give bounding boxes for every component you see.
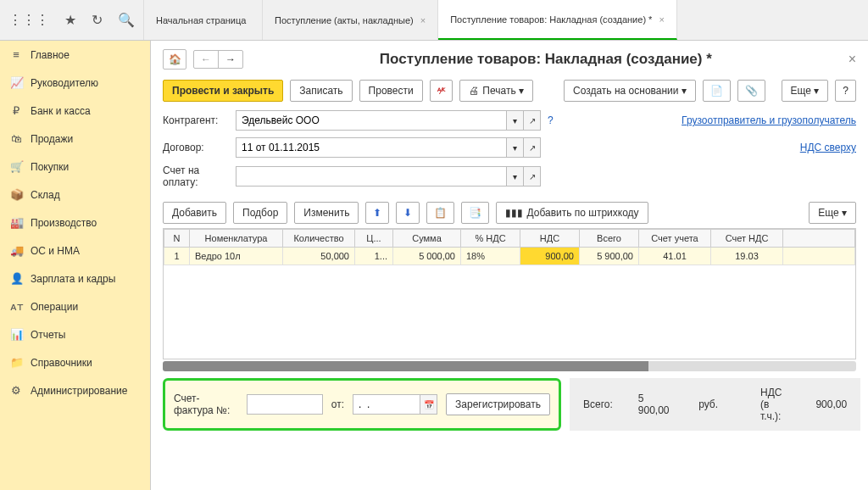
open-button[interactable]: ↗ <box>524 110 541 131</box>
account-input[interactable] <box>236 166 507 187</box>
truck-icon: 🚚 <box>10 244 22 257</box>
doc-icon-button[interactable]: 📄 <box>703 80 731 102</box>
help-link[interactable]: ? <box>548 114 554 126</box>
move-up-button[interactable]: ⬆ <box>365 202 389 224</box>
col-nom[interactable]: Номенклатура <box>190 230 283 248</box>
save-button[interactable]: Записать <box>290 80 352 102</box>
sidebar-item-assets[interactable]: 🚚ОС и НМА <box>0 237 150 264</box>
chart-icon: 📈 <box>10 76 22 89</box>
dropdown-button[interactable]: ▾ <box>507 137 524 158</box>
totals-panel: Всего: 5 900,00 руб. НДС (в т.ч.): 900,0… <box>570 378 860 431</box>
vat-label: НДС (в т.ч.): <box>760 387 790 422</box>
tab-home[interactable]: Начальная страница <box>144 0 263 40</box>
print-button[interactable]: 🖨 Печать ▾ <box>459 80 533 102</box>
tab-receipts[interactable]: Поступление (акты, накладные)× <box>263 0 438 40</box>
box-icon: 📦 <box>10 188 22 201</box>
col-sum[interactable]: Сумма <box>393 230 461 248</box>
sidebar-item-reports[interactable]: 📊Отчеты <box>0 320 150 348</box>
tab-invoice[interactable]: Поступление товаров: Накладная (создание… <box>438 0 677 40</box>
invoice-panel: Счет-фактура №: от: 📅 Зарегистрировать <box>163 378 561 431</box>
page-title: Поступление товаров: Накладная (создание… <box>250 51 842 68</box>
copy-button[interactable]: 📋 <box>426 202 454 224</box>
menu-icon: ≡ <box>10 48 22 61</box>
more-button[interactable]: Еще ▾ <box>782 80 829 102</box>
move-down-button[interactable]: ⬇ <box>396 202 420 224</box>
account-label: Счет на оплату: <box>163 164 229 188</box>
contract-input[interactable] <box>236 137 507 158</box>
col-n[interactable]: N <box>164 230 190 248</box>
sidebar-item-purchases[interactable]: 🛒Покупки <box>0 153 150 181</box>
apps-icon[interactable]: ⋮⋮⋮ <box>8 12 49 28</box>
vat-value: 900,00 <box>815 398 847 410</box>
counterparty-label: Контрагент: <box>163 114 229 126</box>
sidebar-item-production[interactable]: 🏭Производство <box>0 209 150 237</box>
scrollbar[interactable] <box>163 361 856 371</box>
dropdown-button[interactable]: ▾ <box>507 166 524 187</box>
contract-label: Договор: <box>163 142 229 153</box>
debit-credit-button[interactable]: ᴬ⁄ᴷ <box>430 80 453 102</box>
sidebar-item-payroll[interactable]: 👤Зарплата и кадры <box>0 264 150 292</box>
cart-icon: 🛒 <box>10 160 22 173</box>
barcode-button[interactable]: ▮▮▮ Добавить по штрихкоду <box>496 202 648 224</box>
invoice-from-label: от: <box>331 398 344 410</box>
currency: руб. <box>698 398 718 410</box>
sidebar-item-main[interactable]: ≡Главное <box>0 41 150 69</box>
select-button[interactable]: Подбор <box>233 202 287 224</box>
paste-button[interactable]: 📑 <box>461 202 489 224</box>
forward-button[interactable]: → <box>219 51 242 68</box>
vat-link[interactable]: НДС сверху <box>800 142 856 153</box>
folder-icon: 📁 <box>10 356 22 369</box>
col-qty[interactable]: Количество <box>283 230 355 248</box>
col-vat[interactable]: НДС <box>520 230 580 248</box>
attach-button[interactable]: 📎 <box>737 80 765 102</box>
person-icon: 👤 <box>10 272 22 285</box>
dropdown-button[interactable]: ▾ <box>507 110 524 131</box>
help-button[interactable]: ? <box>835 80 856 102</box>
col-acc2[interactable]: Счет НДС <box>711 230 783 248</box>
close-button[interactable]: × <box>849 52 856 67</box>
calendar-button[interactable]: 📅 <box>420 394 437 415</box>
sidebar: ≡Главное 📈Руководителю ₽Банк и касса 🛍Пр… <box>0 41 151 490</box>
total-value: 5 900,00 <box>638 393 673 416</box>
table-row[interactable]: 1 Ведро 10л 50,000 1... 5 000,00 18% 900… <box>164 248 855 265</box>
close-icon[interactable]: × <box>420 15 426 25</box>
close-icon[interactable]: × <box>659 14 664 25</box>
col-total[interactable]: Всего <box>580 230 639 248</box>
post-button[interactable]: Провести <box>359 80 423 102</box>
items-table: N Номенклатура Количество Ц... Сумма % Н… <box>164 229 855 265</box>
col-price[interactable]: Ц... <box>355 230 393 248</box>
gear-icon: ⚙ <box>10 384 22 397</box>
invoice-number-input[interactable] <box>247 394 323 415</box>
invoice-date-input[interactable] <box>353 394 420 415</box>
search-icon[interactable]: 🔍 <box>118 12 135 28</box>
sidebar-item-refs[interactable]: 📁Справочники <box>0 348 150 376</box>
shipper-link[interactable]: Грузоотправитель и грузополучатель <box>682 114 856 126</box>
open-button[interactable]: ↗ <box>524 137 541 158</box>
open-button[interactable]: ↗ <box>524 166 541 187</box>
report-icon: 📊 <box>10 328 22 341</box>
star-icon[interactable]: ★ <box>64 12 76 28</box>
sidebar-item-admin[interactable]: ⚙Администрирование <box>0 376 150 404</box>
sidebar-item-manager[interactable]: 📈Руководителю <box>0 69 150 97</box>
table-more-button[interactable]: Еще ▾ <box>809 202 856 224</box>
back-button[interactable]: ← <box>194 51 219 68</box>
sidebar-item-operations[interactable]: ᴀᴛОперации <box>0 292 150 320</box>
counterparty-input[interactable] <box>236 110 507 131</box>
ops-icon: ᴀᴛ <box>10 300 22 313</box>
post-close-button[interactable]: Провести и закрыть <box>163 80 283 102</box>
history-icon[interactable]: ↻ <box>92 12 103 28</box>
home-button[interactable]: 🏠 <box>163 49 186 70</box>
invoice-label: Счет-фактура №: <box>174 393 238 416</box>
create-based-button[interactable]: Создать на основании ▾ <box>564 80 696 102</box>
sidebar-item-warehouse[interactable]: 📦Склад <box>0 181 150 209</box>
add-row-button[interactable]: Добавить <box>163 202 226 224</box>
col-acc1[interactable]: Счет учета <box>639 230 711 248</box>
edit-button[interactable]: Изменить <box>294 202 359 224</box>
sidebar-item-bank[interactable]: ₽Банк и касса <box>0 97 150 125</box>
col-ext[interactable] <box>783 230 855 248</box>
register-button[interactable]: Зарегистрировать <box>446 393 550 415</box>
sidebar-item-sales[interactable]: 🛍Продажи <box>0 125 150 153</box>
total-label: Всего: <box>583 398 613 410</box>
col-vatpct[interactable]: % НДС <box>461 230 520 248</box>
ruble-icon: ₽ <box>10 104 22 117</box>
